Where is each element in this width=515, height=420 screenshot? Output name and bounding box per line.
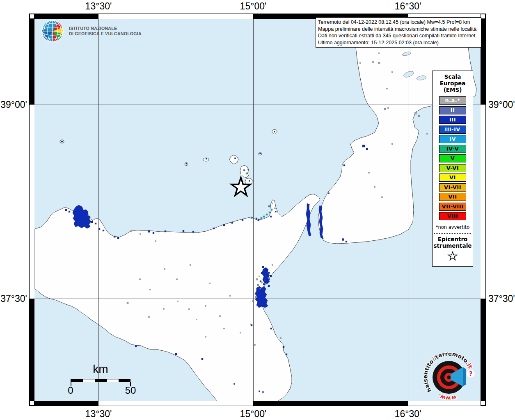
legend-epicenter-star-icon bbox=[447, 251, 458, 262]
locality-marker-na bbox=[209, 283, 211, 284]
locality-marker-III bbox=[69, 211, 70, 212]
legend-item-7: V-VI bbox=[433, 164, 473, 174]
locality-marker-IV bbox=[251, 217, 252, 219]
shakemap-screenshot: 13°30'15°00'16°30'13°30'15°00'16°30'39°0… bbox=[0, 0, 515, 420]
locality-marker-na bbox=[275, 208, 276, 209]
scale-bar-labels: 0 50 bbox=[71, 382, 130, 394]
locality-marker-na bbox=[392, 144, 393, 145]
legend-swatch-6: V bbox=[439, 154, 466, 162]
axis-label-top-2: 16°30' bbox=[395, 1, 421, 12]
locality-marker-na bbox=[382, 197, 383, 198]
legend-swatch-12: VIII bbox=[439, 212, 466, 220]
legend-footnote: *non avvertito bbox=[433, 224, 473, 230]
locality-marker-na bbox=[177, 301, 179, 302]
legend-epi-line1: Epicentro bbox=[433, 236, 473, 242]
ingv-wordmark: ISTITUTO NAZIONALE DI GEOFISICA E VULCAN… bbox=[69, 26, 142, 37]
locality-marker-na bbox=[140, 234, 141, 235]
locality-marker-III bbox=[153, 232, 154, 234]
ingv-logo: ISTITUTO NAZIONALE DI GEOFISICA E VULCAN… bbox=[41, 20, 142, 43]
locality-marker-III bbox=[259, 391, 260, 392]
locality-marker-III bbox=[260, 153, 261, 154]
map-frame: Terremoto del 04-12-2022 08:12:45 (ora l… bbox=[29, 14, 486, 406]
locality-marker-na bbox=[415, 112, 417, 114]
axis-label-left-1: 37°30' bbox=[0, 293, 27, 304]
locality-marker-III bbox=[268, 285, 270, 287]
locality-marker-na bbox=[378, 62, 380, 64]
locality-marker-III bbox=[183, 230, 184, 232]
legend-epi-line2: strumentale bbox=[433, 242, 473, 249]
locality-marker-na bbox=[392, 72, 393, 73]
haisentitoilterremoto-logo: ? haisentitoilterremoto.it www. bbox=[416, 342, 483, 407]
question-mark-glyph: ? bbox=[469, 370, 473, 378]
axis-label-top-1: 15°00' bbox=[240, 1, 267, 12]
info-line-data: Dati non verificati estratti da 345 ques… bbox=[318, 32, 479, 39]
info-line-update: Ultimo aggiornamento: 15-12-2025 02:03 (… bbox=[318, 39, 479, 46]
locality-marker-IIIIV bbox=[248, 169, 249, 170]
locality-marker-III bbox=[117, 237, 119, 239]
locality-marker-IIIIV bbox=[264, 279, 266, 281]
locality-marker-na bbox=[130, 231, 132, 232]
locality-marker-III bbox=[98, 228, 100, 230]
border-left bbox=[30, 14, 34, 406]
legend-swatch-9: VI-VII bbox=[439, 183, 466, 192]
axis-label-bottom-0: 13°30' bbox=[85, 409, 112, 420]
locality-marker-na bbox=[388, 107, 389, 109]
intensity-legend: Scala Europea (EMS) n.a.*IIIIIIII-IVIVIV… bbox=[432, 71, 473, 267]
locality-marker-na bbox=[255, 296, 257, 298]
legend-item-1: II bbox=[433, 106, 473, 116]
axis-label-right-0: 39°00' bbox=[488, 99, 515, 110]
locality-marker-na bbox=[163, 308, 165, 310]
locality-marker-na bbox=[259, 276, 260, 277]
locality-marker-III bbox=[65, 209, 67, 211]
locality-marker-na bbox=[384, 108, 386, 110]
legend-swatch-7: V-VI bbox=[439, 164, 466, 172]
legend-title-line3: (EMS) bbox=[433, 87, 473, 93]
locality-marker-III bbox=[362, 145, 365, 147]
locality-marker-III bbox=[213, 228, 215, 229]
scale-bar: km 0 50 bbox=[54, 363, 153, 394]
locality-marker-na bbox=[369, 172, 370, 173]
locality-marker-na bbox=[280, 338, 282, 339]
legend-item-10: VII bbox=[433, 193, 473, 203]
locality-marker-III bbox=[268, 278, 270, 280]
locality-marker-III bbox=[249, 180, 250, 182]
locality-marker-na bbox=[372, 61, 374, 63]
locality-marker-III bbox=[270, 328, 272, 329]
ingv-globe-icon bbox=[41, 20, 64, 43]
locality-marker-III bbox=[95, 223, 96, 224]
locality-marker-III bbox=[270, 275, 272, 277]
locality-marker-na bbox=[189, 309, 190, 310]
locality-marker-III bbox=[274, 131, 275, 132]
locality-marker-na bbox=[149, 317, 150, 318]
locality-marker-na bbox=[196, 319, 197, 320]
legend-item-5: IV-V bbox=[433, 145, 473, 155]
event-info-box: Terremoto del 04-12-2022 08:12:45 (ora l… bbox=[316, 17, 481, 48]
locality-marker-IV bbox=[261, 217, 262, 219]
locality-marker-na bbox=[176, 279, 178, 280]
locality-marker-III bbox=[342, 239, 344, 241]
info-line-map: Mappa preliminare delle intensità macros… bbox=[318, 26, 479, 33]
axis-label-bottom-1: 15°00' bbox=[240, 409, 267, 420]
locality-marker-IV bbox=[269, 212, 270, 213]
locality-marker-na bbox=[155, 241, 156, 242]
locality-marker-III bbox=[263, 392, 264, 393]
legend-swatch-1: II bbox=[439, 106, 466, 114]
locality-marker-III bbox=[275, 211, 277, 212]
legend-swatch-11: VII-VIII bbox=[439, 203, 466, 211]
border-corner-tl bbox=[30, 14, 34, 19]
locality-marker-III bbox=[286, 354, 287, 355]
locality-marker-III bbox=[135, 345, 137, 347]
locality-marker-na bbox=[220, 316, 221, 317]
legend-epicenter-title: Epicentro strumentale bbox=[433, 236, 473, 249]
watermark-www-text: www. bbox=[437, 393, 457, 402]
locality-marker-III bbox=[283, 346, 284, 348]
question-mark-badge: ? bbox=[467, 370, 475, 378]
legend-swatch-0: n.a.* bbox=[439, 96, 466, 105]
legend-swatch-5: IV-V bbox=[439, 145, 466, 153]
watermark-text-www: www. bbox=[437, 393, 457, 402]
legend-swatch-2: III bbox=[439, 116, 466, 124]
legend-divider bbox=[434, 233, 471, 234]
locality-marker-III bbox=[186, 163, 187, 164]
locality-marker-na bbox=[387, 88, 388, 89]
legend-items: n.a.*IIIIIIII-IVIVIV-VVV-VIVIVI-VIIVIIVI… bbox=[433, 96, 473, 222]
